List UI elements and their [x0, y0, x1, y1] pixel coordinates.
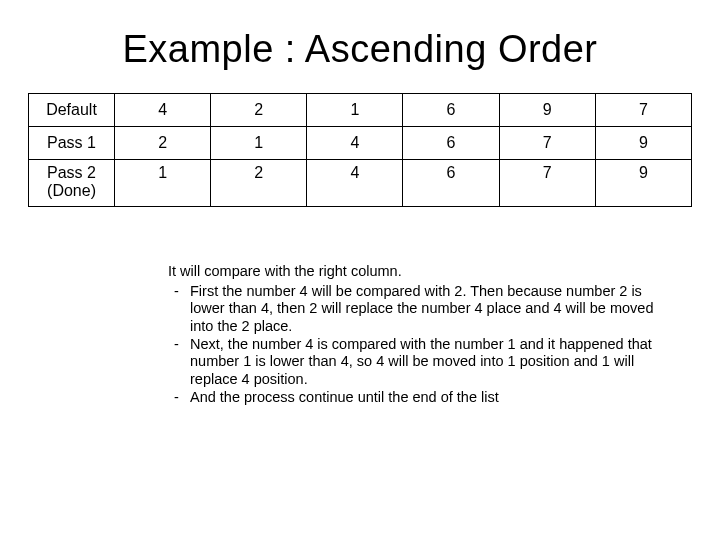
cell: 7: [499, 160, 595, 207]
cell: 9: [499, 94, 595, 127]
table-row: Pass 2 (Done) 1 2 4 6 7 9: [29, 160, 692, 207]
slide: Example : Ascending Order Default 4 2 1 …: [0, 0, 720, 540]
cell: 6: [403, 94, 499, 127]
description-list: First the number 4 will be compared with…: [168, 283, 674, 407]
table-row: Default 4 2 1 6 9 7: [29, 94, 692, 127]
cell: 4: [115, 94, 211, 127]
cell: 1: [307, 94, 403, 127]
list-item: First the number 4 will be compared with…: [168, 283, 674, 336]
cell: 4: [307, 160, 403, 207]
cell: 2: [211, 94, 307, 127]
cell: 1: [211, 127, 307, 160]
cell: 7: [499, 127, 595, 160]
page-title: Example : Ascending Order: [28, 28, 692, 71]
row-label: Pass 2 (Done): [29, 160, 115, 207]
table-row: Pass 1 2 1 4 6 7 9: [29, 127, 692, 160]
row-label: Pass 1: [29, 127, 115, 160]
cell: 9: [595, 160, 691, 207]
cell: 7: [595, 94, 691, 127]
cell: 6: [403, 160, 499, 207]
row-label: Default: [29, 94, 115, 127]
cell: 2: [211, 160, 307, 207]
cell: 9: [595, 127, 691, 160]
cell: 2: [115, 127, 211, 160]
list-item: And the process continue until the end o…: [168, 389, 674, 407]
description-block: It will compare with the right column. F…: [168, 263, 674, 407]
cell: 6: [403, 127, 499, 160]
description-intro: It will compare with the right column.: [168, 263, 674, 281]
cell: 1: [115, 160, 211, 207]
cell: 4: [307, 127, 403, 160]
sort-table: Default 4 2 1 6 9 7 Pass 1 2 1 4 6 7 9 P…: [28, 93, 692, 207]
list-item: Next, the number 4 is compared with the …: [168, 336, 674, 389]
